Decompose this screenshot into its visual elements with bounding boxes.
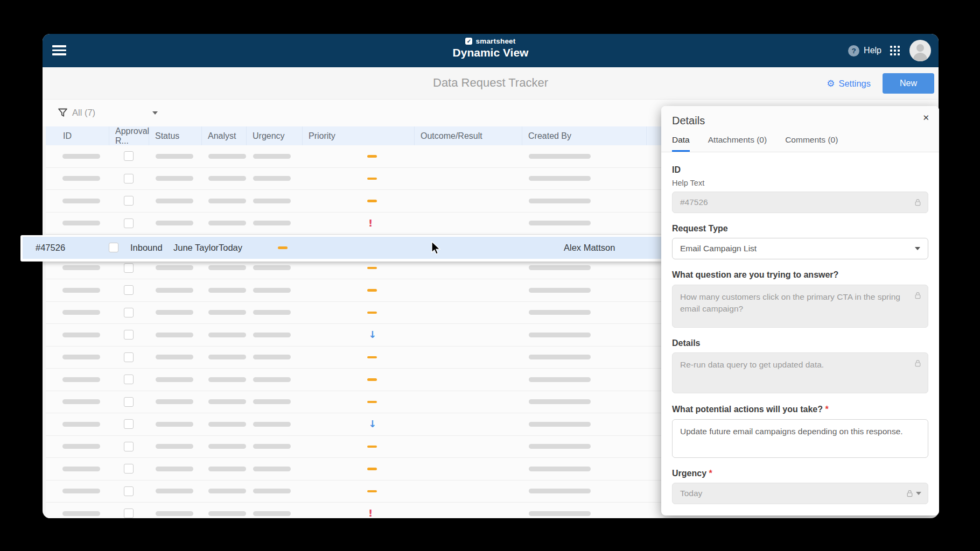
approval-checkbox[interactable] <box>124 397 134 407</box>
column-header-analyst[interactable]: Analyst <box>202 126 247 145</box>
user-avatar[interactable] <box>909 40 931 61</box>
table-cell <box>202 436 247 458</box>
column-header-priority[interactable]: Priority <box>303 126 415 145</box>
filter-icon[interactable] <box>58 108 67 117</box>
priority-medium-icon <box>367 356 377 359</box>
table-row[interactable] <box>46 190 663 213</box>
table-cell <box>202 347 247 369</box>
approval-checkbox[interactable] <box>124 263 134 273</box>
approval-checkbox[interactable] <box>109 243 118 252</box>
table-cell <box>109 347 149 369</box>
table-cell <box>46 347 109 369</box>
table-cell <box>202 213 247 235</box>
approval-checkbox[interactable] <box>124 174 134 183</box>
skeleton-bar <box>156 511 193 516</box>
table-row[interactable]: ! <box>46 213 663 235</box>
approval-checkbox[interactable] <box>124 508 134 518</box>
table-row[interactable] <box>46 458 663 481</box>
help-icon[interactable]: ? <box>848 45 859 56</box>
skeleton-bar <box>253 333 291 337</box>
close-icon[interactable]: ✕ <box>922 113 929 123</box>
table-cell <box>149 190 202 212</box>
table-row[interactable] <box>46 145 663 168</box>
brand-block: ✓ smartsheet Dynamic View <box>43 37 939 59</box>
table-cell <box>46 503 109 518</box>
new-button[interactable]: New <box>883 73 934 94</box>
table-row[interactable] <box>46 391 663 414</box>
skeleton-bar <box>253 489 291 493</box>
column-header-approval-r-[interactable]: Approval R... <box>109 126 149 145</box>
gear-icon: ⚙ <box>827 79 835 88</box>
column-header-status[interactable]: Status <box>149 126 202 145</box>
table-cell <box>46 279 109 301</box>
approval-checkbox[interactable] <box>124 419 134 429</box>
table-cell <box>303 145 415 167</box>
table-cell <box>149 436 202 458</box>
table-cell <box>46 391 109 413</box>
settings-button[interactable]: ⚙ Settings <box>827 79 871 89</box>
skeleton-bar <box>253 467 291 471</box>
selected-row[interactable]: #47526 Inbound June Taylor Today Alex Ma… <box>20 235 662 262</box>
tab-attachments-0[interactable]: Attachments (0) <box>708 135 767 152</box>
skeleton-bar <box>529 154 591 159</box>
table-cell <box>303 190 415 212</box>
table-body: !↓↓! <box>46 145 663 518</box>
approval-checkbox[interactable] <box>124 464 134 474</box>
table-row[interactable] <box>46 168 663 190</box>
table-cell <box>109 369 149 391</box>
table-row[interactable]: ↓ <box>46 413 663 436</box>
tab-data[interactable]: Data <box>672 135 690 152</box>
approval-checkbox[interactable] <box>124 375 134 384</box>
approval-checkbox[interactable] <box>124 196 134 206</box>
navbar: ✓ smartsheet Dynamic View ? Help <box>43 34 939 67</box>
column-header-urgency[interactable]: Urgency <box>247 126 303 145</box>
table-row[interactable] <box>46 347 663 369</box>
table-row[interactable] <box>46 369 663 391</box>
approval-checkbox[interactable] <box>124 486 134 496</box>
table-row[interactable]: ↓ <box>46 324 663 347</box>
table-cell: ! <box>303 503 415 518</box>
approval-checkbox[interactable] <box>124 285 134 295</box>
actions-textarea[interactable]: Update future email campaigns depending … <box>672 419 928 458</box>
id-field-label: ID <box>672 165 928 175</box>
table-cell <box>149 213 202 235</box>
table-cell <box>415 347 522 369</box>
table-row[interactable] <box>46 481 663 503</box>
approval-checkbox[interactable] <box>124 218 134 228</box>
column-header-created-by[interactable]: Created By <box>522 126 647 145</box>
table-row[interactable] <box>46 436 663 458</box>
approval-checkbox[interactable] <box>124 352 134 362</box>
table-cell <box>247 347 303 369</box>
skeleton-bar <box>529 422 591 427</box>
app-launcher-icon[interactable] <box>890 46 900 55</box>
approval-checkbox[interactable] <box>124 330 134 340</box>
skeleton-bar <box>253 221 291 225</box>
table-row[interactable] <box>46 302 663 324</box>
selected-row-status: Inbound <box>130 237 163 259</box>
table-cell <box>149 145 202 167</box>
table-cell <box>109 279 149 301</box>
selected-row-urgency: Today <box>219 237 242 259</box>
approval-checkbox[interactable] <box>124 151 134 161</box>
page-title: Data Request Tracker <box>43 76 939 90</box>
filter-caret-icon[interactable] <box>152 111 158 115</box>
table-cell <box>415 324 522 346</box>
skeleton-bar <box>62 467 100 471</box>
table-cell: ↓ <box>303 413 415 435</box>
skeleton-bar <box>253 154 291 159</box>
column-header-outcome-result[interactable]: Outcome/Result <box>415 126 522 145</box>
chevron-down-icon <box>916 492 921 495</box>
table-row[interactable] <box>46 279 663 302</box>
help-label[interactable]: Help <box>864 46 881 55</box>
filter-selected-label[interactable]: All (7) <box>72 108 95 118</box>
table-cell <box>46 369 109 391</box>
approval-checkbox[interactable] <box>124 442 134 451</box>
tab-comments-0[interactable]: Comments (0) <box>785 135 838 152</box>
skeleton-bar <box>156 154 193 159</box>
column-header-id[interactable]: ID <box>46 126 109 145</box>
table-row[interactable]: ! <box>46 503 663 518</box>
approval-checkbox[interactable] <box>124 308 134 317</box>
request-type-dropdown[interactable]: Email Campaign List <box>672 238 928 259</box>
table-cell <box>522 436 647 458</box>
skeleton-bar <box>253 377 291 382</box>
